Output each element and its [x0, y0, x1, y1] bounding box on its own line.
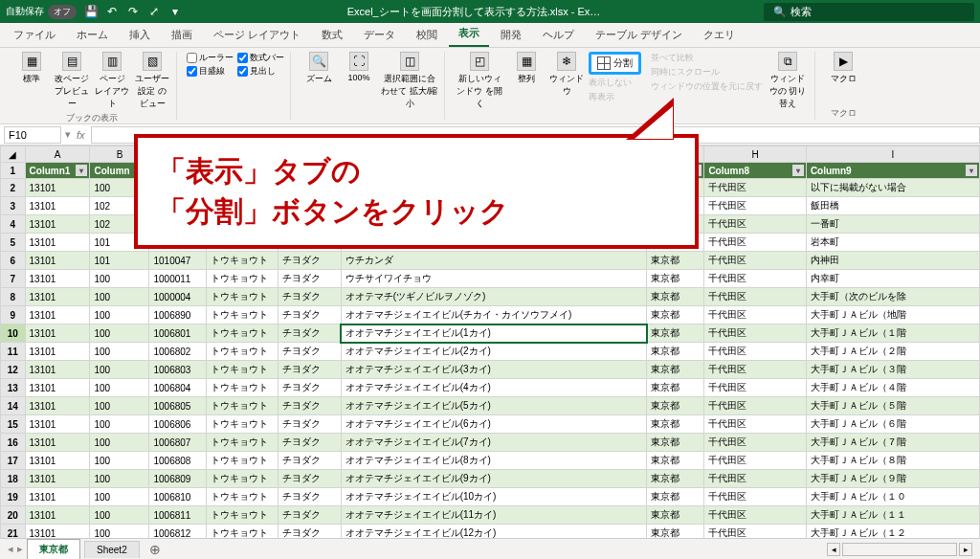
cell[interactable]: 13101 — [25, 379, 90, 397]
cell[interactable]: 13101 — [25, 452, 90, 470]
cell[interactable]: チヨダク — [278, 252, 341, 270]
cell[interactable]: 1006805 — [149, 397, 207, 415]
cell[interactable]: 1006890 — [149, 306, 207, 324]
cell[interactable]: 千代田区 — [704, 379, 807, 397]
cell[interactable]: チヨダク — [278, 343, 341, 361]
cell[interactable]: 100 — [90, 361, 149, 379]
cell[interactable]: ウチカンダ — [341, 252, 647, 270]
cell[interactable]: 千代田区 — [704, 234, 807, 252]
cell[interactable]: 13101 — [25, 488, 90, 506]
cell[interactable]: 100 — [90, 343, 149, 361]
cell[interactable]: トウキョウト — [207, 270, 278, 288]
cell[interactable]: トウキョウト — [207, 324, 278, 343]
cell[interactable]: 以下に掲載がない場合 — [806, 179, 979, 197]
cell[interactable]: 13101 — [25, 434, 90, 452]
cell[interactable]: チヨダク — [278, 379, 341, 397]
dropdown-icon[interactable]: ▾ — [167, 3, 184, 20]
scroll-track[interactable] — [842, 543, 957, 556]
cell[interactable]: 大手町ＪＡビル（５階 — [806, 397, 979, 415]
new-window-button[interactable]: ◰新しいウィンドウ を開く — [455, 52, 504, 110]
cell[interactable]: 千代田区 — [704, 397, 807, 415]
row-header-4[interactable]: 4 — [1, 215, 26, 234]
sheet-nav-next[interactable]: ▸ — [17, 543, 23, 555]
cell[interactable]: 1006803 — [149, 361, 207, 379]
table-row[interactable]: 14131011001006805トウキョウトチヨダクオオテマチジェイエイビル(… — [1, 397, 980, 415]
tab-描画[interactable]: 描画 — [162, 23, 202, 47]
cell[interactable]: チヨダク — [278, 415, 341, 434]
cell[interactable]: チヨダク — [278, 488, 341, 506]
cell[interactable]: トウキョウト — [207, 252, 278, 270]
row-header-2[interactable]: 2 — [1, 179, 26, 197]
cell[interactable]: チヨダク — [278, 361, 341, 379]
cell[interactable]: 東京都 — [647, 361, 704, 379]
cell[interactable]: 千代田区 — [704, 434, 807, 452]
cell[interactable]: 東京都 — [647, 488, 704, 506]
cell[interactable]: 東京都 — [647, 270, 704, 288]
view-pagebreak-button[interactable]: ▤改ページ プレビュー — [54, 52, 90, 110]
cell[interactable]: 13101 — [25, 252, 90, 270]
table-row[interactable]: 15131011001006806トウキョウトチヨダクオオテマチジェイエイビル(… — [1, 415, 980, 434]
table-row[interactable]: 10131011001006801トウキョウトチヨダクオオテマチジェイエイビル(… — [1, 324, 980, 343]
cell[interactable]: 1006802 — [149, 343, 207, 361]
undo-icon[interactable]: ↶ — [103, 3, 121, 20]
headings-checkbox[interactable]: 見出し — [237, 65, 284, 78]
tab-数式[interactable]: 数式 — [312, 23, 352, 47]
autosave-toggle[interactable]: 自動保存 オフ — [6, 5, 77, 19]
cell[interactable]: 1000011 — [149, 270, 207, 288]
cell[interactable]: チヨダク — [278, 452, 341, 470]
cell[interactable]: オオテマチ(ツギノビルヲノゾク) — [341, 288, 647, 306]
cell[interactable]: 1010047 — [149, 252, 207, 270]
cell[interactable]: 大手町ＪＡビル（６階 — [806, 415, 979, 434]
cell[interactable]: チヨダク — [278, 434, 341, 452]
cell[interactable]: オオテマチジェイエイビル(10カイ) — [341, 488, 647, 506]
switch-window-button[interactable]: ⧉ウィンドウの 切り替え — [767, 52, 809, 110]
zoom-100-button[interactable]: ⛶100% — [341, 52, 377, 82]
cell[interactable]: 千代田区 — [704, 415, 807, 434]
tab-クエリ[interactable]: クエリ — [694, 23, 745, 47]
cell[interactable]: 100 — [90, 397, 149, 415]
cell[interactable]: 13101 — [25, 234, 90, 252]
sheet-tab-tokyo[interactable]: 東京都 — [27, 539, 80, 559]
cell[interactable]: 100 — [90, 470, 149, 488]
row-header-20[interactable]: 20 — [1, 506, 26, 525]
row-header-13[interactable]: 13 — [1, 379, 26, 397]
cell[interactable]: 100 — [90, 488, 149, 506]
sheet-tab-sheet2[interactable]: Sheet2 — [84, 541, 140, 558]
cell[interactable]: チヨダク — [278, 270, 341, 288]
cell[interactable]: トウキョウト — [207, 288, 278, 306]
cell[interactable]: 13101 — [25, 288, 90, 306]
tab-開発[interactable]: 開発 — [491, 23, 531, 47]
cell[interactable]: オオテマチジェイエイビル(9カイ) — [341, 470, 647, 488]
cell[interactable]: 1006808 — [149, 452, 207, 470]
table-row[interactable]: 13131011001006804トウキョウトチヨダクオオテマチジェイエイビル(… — [1, 379, 980, 397]
cell[interactable]: 大手町ＪＡビル（８階 — [806, 452, 979, 470]
cell[interactable]: オオテマチジェイエイビル(チカイ・カイソウフメイ) — [341, 306, 647, 324]
tab-ページ レイアウト[interactable]: ページ レイアウト — [204, 23, 310, 47]
cell[interactable]: 13101 — [25, 506, 90, 525]
sheet-nav-prev[interactable]: ◂ — [8, 543, 13, 555]
split-button[interactable]: 分割 — [589, 52, 641, 75]
cell[interactable]: 1006801 — [149, 324, 207, 343]
tab-校閲[interactable]: 校閲 — [407, 23, 447, 47]
cell[interactable]: トウキョウト — [207, 470, 278, 488]
cell[interactable]: トウキョウト — [207, 506, 278, 525]
cell[interactable]: 大手町ＪＡビル（４階 — [806, 379, 979, 397]
table-row[interactable]: 20131011001006811トウキョウトチヨダクオオテマチジェイエイビル(… — [1, 506, 980, 525]
cell[interactable]: 大手町ＪＡビル（７階 — [806, 434, 979, 452]
cell[interactable]: 岩本町 — [806, 234, 979, 252]
cell[interactable]: 1006809 — [149, 470, 207, 488]
row-header-5[interactable]: 5 — [1, 234, 26, 252]
table-header[interactable]: Column9 — [806, 163, 979, 179]
cell[interactable]: 13101 — [25, 415, 90, 434]
cell[interactable]: 内幸町 — [806, 270, 979, 288]
cell[interactable]: 千代田区 — [704, 361, 807, 379]
cell[interactable]: オオテマチジェイエイビル(3カイ) — [341, 361, 647, 379]
cell[interactable]: トウキョウト — [207, 343, 278, 361]
cell[interactable]: チヨダク — [278, 397, 341, 415]
cell[interactable]: 千代田区 — [704, 452, 807, 470]
cell[interactable]: 大手町ＪＡビル（地階 — [806, 306, 979, 324]
cell[interactable]: トウキョウト — [207, 488, 278, 506]
cell[interactable]: 13101 — [25, 197, 90, 215]
cell[interactable]: 1006804 — [149, 379, 207, 397]
cell[interactable]: 東京都 — [647, 343, 704, 361]
